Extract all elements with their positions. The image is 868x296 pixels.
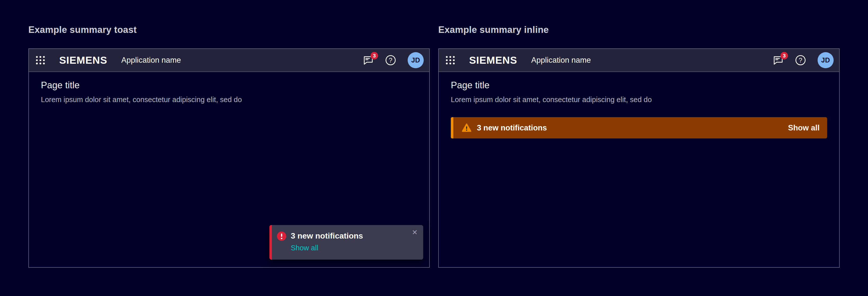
header-actions: 3 ? JD: [773, 52, 834, 68]
section-heading: Example summary toast: [28, 24, 430, 36]
notification-count-badge: 3: [780, 52, 788, 60]
canvas: Example summary toast SIEMENS Applicatio…: [0, 0, 868, 296]
page-subtitle: Lorem ipsum dolor sit amet, consectetur …: [41, 95, 417, 104]
help-icon: ?: [796, 55, 806, 65]
application-name: Application name: [121, 56, 181, 65]
banner-accent-bar: [451, 117, 453, 138]
help-icon: ?: [385, 55, 396, 65]
app-window: SIEMENS Application name 3 ? JD: [438, 48, 840, 268]
page-title: Page title: [451, 79, 827, 91]
notifications-button[interactable]: 3: [363, 56, 374, 65]
siemens-logo: SIEMENS: [59, 55, 107, 66]
close-icon[interactable]: ✕: [410, 228, 419, 237]
banner-show-all-button[interactable]: Show all: [788, 123, 819, 132]
user-avatar[interactable]: JD: [817, 52, 834, 68]
app-content: Page title Lorem ipsum dolor sit amet, c…: [439, 72, 839, 267]
app-launcher-button[interactable]: [35, 55, 45, 65]
toast-example-section: Example summary toast SIEMENS Applicatio…: [28, 24, 430, 296]
help-button[interactable]: ?: [385, 55, 396, 65]
notifications-button[interactable]: 3: [773, 56, 783, 65]
app-header: SIEMENS Application name 3 ? JD: [29, 49, 429, 72]
notification-count-badge: 3: [371, 52, 378, 60]
app-launcher-icon: [36, 56, 45, 65]
app-launcher-button[interactable]: [445, 55, 455, 65]
page-subtitle: Lorem ipsum dolor sit amet, consectetur …: [451, 95, 827, 104]
app-launcher-icon: [445, 56, 455, 65]
section-heading: Example summary inline: [438, 24, 840, 36]
warning-icon: [462, 123, 471, 132]
user-avatar[interactable]: JD: [408, 52, 424, 68]
header-actions: 3 ? JD: [363, 52, 424, 68]
toast-show-all-link[interactable]: Show all: [291, 244, 318, 252]
page-title: Page title: [41, 79, 417, 91]
toast-text: 3 new notifications Show all: [291, 231, 363, 252]
siemens-logo: SIEMENS: [469, 55, 517, 66]
app-content: Page title Lorem ipsum dolor sit amet, c…: [29, 72, 429, 267]
notification-inline-banner: 3 new notifications Show all: [451, 117, 827, 138]
toast-title: 3 new notifications: [291, 231, 363, 240]
application-name: Application name: [531, 56, 591, 65]
notification-toast: 3 new notifications Show all ✕: [270, 225, 423, 260]
banner-title: 3 new notifications: [477, 123, 547, 132]
help-button[interactable]: ?: [796, 55, 806, 65]
inline-example-section: Example summary inline SIEMENS Applicati…: [438, 24, 840, 296]
app-window: SIEMENS Application name 3 ? JD: [28, 48, 430, 268]
toast-accent-bar: [270, 225, 272, 260]
alarm-icon: [277, 232, 286, 241]
app-header: SIEMENS Application name 3 ? JD: [439, 49, 839, 72]
